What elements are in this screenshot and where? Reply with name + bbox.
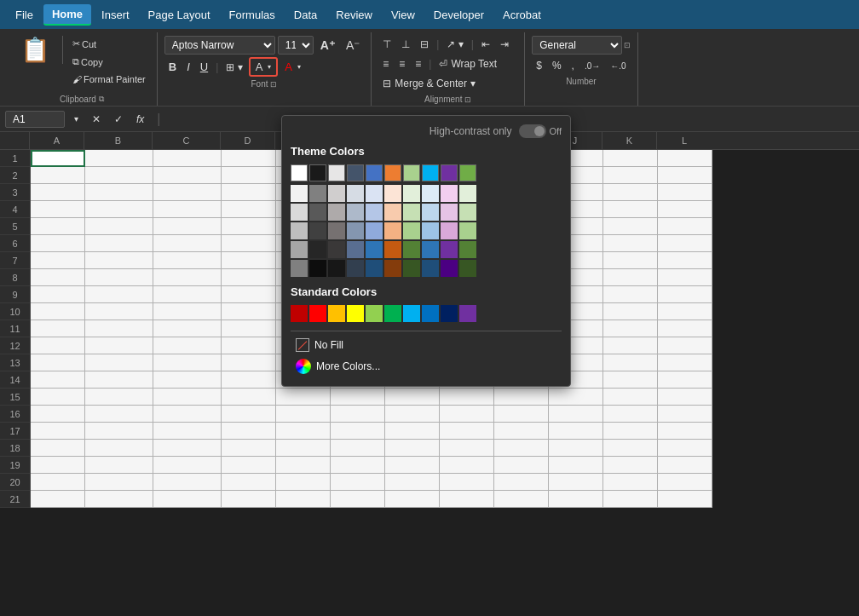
cell-C17[interactable] xyxy=(153,423,222,440)
cell-J18[interactable] xyxy=(549,440,603,457)
cell-J20[interactable] xyxy=(549,474,603,491)
cell-A16[interactable] xyxy=(31,406,85,423)
cell-D3[interactable] xyxy=(222,184,276,201)
cell-E19[interactable] xyxy=(276,457,331,474)
theme-shade-swatch[interactable] xyxy=(328,185,345,202)
font-expand-icon[interactable]: ⊡ xyxy=(270,80,277,89)
standard-color-swatch[interactable] xyxy=(366,305,383,322)
theme-color-swatch[interactable] xyxy=(366,164,383,181)
theme-shade-swatch[interactable] xyxy=(403,222,420,239)
align-left-button[interactable]: ≡ xyxy=(378,55,393,72)
row-number-18[interactable]: 18 xyxy=(0,440,30,457)
cell-C12[interactable] xyxy=(153,337,222,354)
cell-G17[interactable] xyxy=(385,423,440,440)
theme-shade-swatch[interactable] xyxy=(366,185,383,202)
cell-F19[interactable] xyxy=(331,457,385,474)
cell-D7[interactable] xyxy=(222,252,276,269)
cell-A15[interactable] xyxy=(31,389,85,406)
theme-shade-swatch[interactable] xyxy=(291,222,308,239)
cell-L17[interactable] xyxy=(658,423,712,440)
cell-I19[interactable] xyxy=(494,457,549,474)
row-number-20[interactable]: 20 xyxy=(0,474,30,491)
theme-color-swatch[interactable] xyxy=(309,164,326,181)
cell-A1[interactable] xyxy=(31,150,85,167)
cell-C18[interactable] xyxy=(153,440,222,457)
cell-F17[interactable] xyxy=(331,423,385,440)
cell-K17[interactable] xyxy=(603,423,658,440)
cell-L1[interactable] xyxy=(658,150,712,167)
clipboard-expand-icon[interactable]: ⧉ xyxy=(99,95,104,104)
standard-color-swatch[interactable] xyxy=(403,305,420,322)
standard-color-swatch[interactable] xyxy=(309,305,326,322)
cell-E15[interactable] xyxy=(276,389,331,406)
theme-shade-swatch[interactable] xyxy=(328,204,345,221)
cell-D19[interactable] xyxy=(222,457,276,474)
cell-K20[interactable] xyxy=(603,474,658,491)
cell-E17[interactable] xyxy=(276,423,331,440)
number-format-select[interactable]: General xyxy=(532,36,621,55)
percent-button[interactable]: % xyxy=(548,57,566,74)
cell-B18[interactable] xyxy=(85,440,153,457)
cell-I20[interactable] xyxy=(494,474,549,491)
cell-D2[interactable] xyxy=(222,167,276,184)
cell-D20[interactable] xyxy=(222,474,276,491)
theme-color-swatch[interactable] xyxy=(328,164,345,181)
align-bottom-button[interactable]: ⊟ xyxy=(416,36,433,53)
cell-D4[interactable] xyxy=(222,201,276,218)
cell-C5[interactable] xyxy=(153,218,222,235)
theme-shade-swatch[interactable] xyxy=(309,241,326,258)
alignment-expand-icon[interactable]: ⊡ xyxy=(464,95,471,104)
cell-B15[interactable] xyxy=(85,389,153,406)
standard-color-swatch[interactable] xyxy=(328,305,345,322)
cell-I15[interactable] xyxy=(494,389,549,406)
cell-K14[interactable] xyxy=(603,371,658,389)
cell-C1[interactable] xyxy=(153,150,222,167)
cell-C6[interactable] xyxy=(153,235,222,252)
theme-shade-swatch[interactable] xyxy=(384,222,401,239)
row-number-17[interactable]: 17 xyxy=(0,423,30,440)
indent-increase-button[interactable]: ⇥ xyxy=(496,36,513,53)
cell-A13[interactable] xyxy=(31,354,85,371)
col-header-D[interactable]: D xyxy=(221,132,275,149)
cell-D12[interactable] xyxy=(222,337,276,354)
row-number-6[interactable]: 6 xyxy=(0,235,30,252)
cell-A14[interactable] xyxy=(31,371,85,389)
cell-L8[interactable] xyxy=(658,269,712,286)
menu-home[interactable]: Home xyxy=(43,4,91,26)
cell-G16[interactable] xyxy=(385,406,440,423)
cell-D8[interactable] xyxy=(222,269,276,286)
cell-L11[interactable] xyxy=(658,320,712,337)
cell-A20[interactable] xyxy=(31,474,85,491)
theme-shade-swatch[interactable] xyxy=(459,222,476,239)
format-painter-button[interactable]: 🖌 Format Painter xyxy=(68,72,150,87)
cell-L14[interactable] xyxy=(658,371,712,389)
menu-developer[interactable]: Developer xyxy=(425,5,493,25)
cell-L6[interactable] xyxy=(658,235,712,252)
cell-G20[interactable] xyxy=(385,474,440,491)
cell-D9[interactable] xyxy=(222,286,276,303)
cell-D5[interactable] xyxy=(222,218,276,235)
row-number-7[interactable]: 7 xyxy=(0,252,30,269)
cell-L21[interactable] xyxy=(658,491,712,508)
cell-H21[interactable] xyxy=(440,491,494,508)
theme-shade-swatch[interactable] xyxy=(309,185,326,202)
cell-L2[interactable] xyxy=(658,167,712,184)
theme-shade-swatch[interactable] xyxy=(441,241,458,258)
theme-shade-swatch[interactable] xyxy=(422,204,439,221)
theme-shade-swatch[interactable] xyxy=(366,241,383,258)
fill-color-button[interactable]: A ▾ xyxy=(249,57,279,77)
underline-button[interactable]: U xyxy=(196,59,212,75)
theme-shade-swatch[interactable] xyxy=(291,204,308,221)
standard-color-swatch[interactable] xyxy=(459,305,476,322)
cell-B21[interactable] xyxy=(85,491,153,508)
align-center-button[interactable]: ≡ xyxy=(395,55,409,72)
theme-color-swatch[interactable] xyxy=(403,164,420,181)
cell-G18[interactable] xyxy=(385,440,440,457)
cell-A8[interactable] xyxy=(31,269,85,286)
no-fill-option[interactable]: No Fill xyxy=(291,335,562,355)
font-size-select[interactable]: 11 xyxy=(278,36,314,55)
cell-D17[interactable] xyxy=(222,423,276,440)
cell-K9[interactable] xyxy=(603,286,658,303)
theme-shade-swatch[interactable] xyxy=(309,260,326,277)
col-header-B[interactable]: B xyxy=(84,132,153,149)
